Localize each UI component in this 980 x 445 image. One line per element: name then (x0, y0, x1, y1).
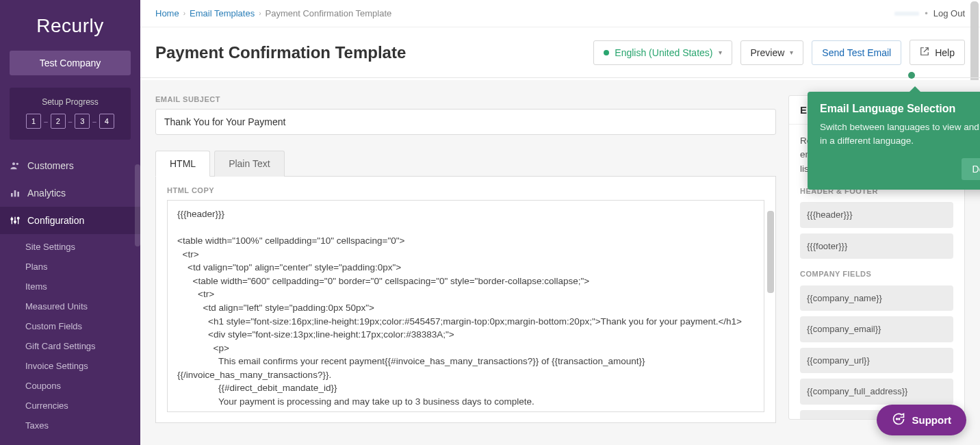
editor-column: EMAIL SUBJECT HTML Plain Text HTML COPY (140, 80, 788, 445)
subnav-currencies[interactable]: Currencies (0, 396, 140, 416)
language-label: English (United States) (615, 47, 712, 58)
subnav-measured-units[interactable]: Measured Units (0, 296, 140, 316)
editor-panel: HTML COPY (155, 177, 776, 423)
sidebar-scrollbar[interactable] (135, 164, 140, 246)
topbar: Home › Email Templates › Payment Confirm… (140, 0, 980, 27)
breadcrumb-sep: › (259, 10, 261, 17)
nav-configuration[interactable]: Configuration (0, 207, 140, 234)
svg-point-0 (12, 162, 15, 165)
param-company-url[interactable]: {{company_url}} (800, 348, 953, 374)
email-subject-label: EMAIL SUBJECT (155, 95, 776, 103)
breadcrumb-section[interactable]: Email Templates (190, 8, 255, 18)
svg-point-10 (17, 217, 19, 219)
html-copy-textarea[interactable] (167, 200, 764, 412)
preview-label: Preview (751, 47, 785, 58)
topbar-sep: • (925, 8, 928, 18)
external-link-icon (920, 47, 929, 58)
popover-done-button[interactable]: Done (962, 158, 980, 180)
setup-step-1[interactable]: 1 (26, 114, 41, 129)
subnav-coupons[interactable]: Coupons (0, 376, 140, 396)
user-menu[interactable] (894, 12, 919, 16)
page-title: Payment Confirmation Template (155, 43, 585, 62)
subnav-invoice-settings[interactable]: Invoice Settings (0, 356, 140, 376)
chart-icon (10, 188, 21, 199)
popover-title: Email Language Selection (820, 103, 980, 115)
setup-step-4[interactable]: 4 (99, 114, 114, 129)
tour-popover: Email Language Selection Switch between … (808, 92, 980, 190)
support-label: Support (912, 414, 952, 426)
main: Home › Email Templates › Payment Confirm… (140, 0, 980, 445)
svg-rect-4 (17, 192, 19, 196)
titlebar: Payment Confirmation Template English (U… (140, 27, 980, 78)
svg-point-1 (16, 163, 18, 165)
subnav-gift-card-settings[interactable]: Gift Card Settings (0, 336, 140, 356)
config-subnav: Site Settings Plans Items Measured Units… (0, 234, 140, 435)
param-company-full-address[interactable]: {{company_full_address}} (800, 379, 953, 405)
svg-point-8 (11, 218, 13, 220)
tab-html[interactable]: HTML (155, 151, 210, 177)
send-test-email-button[interactable]: Send Test Email (812, 40, 901, 65)
logout-link[interactable]: Log Out (933, 8, 965, 18)
setup-step-2[interactable]: 2 (51, 114, 66, 129)
step-sep: – (92, 118, 96, 125)
company-switcher[interactable]: Test Company (10, 51, 131, 75)
param-footer[interactable]: {{{footer}}} (800, 233, 953, 259)
tour-marker-dot (908, 72, 915, 79)
breadcrumb-current: Payment Confirmation Template (266, 8, 392, 18)
sidebar: Recurly Test Company Setup Progress 1 – … (0, 0, 140, 445)
svg-point-9 (14, 221, 16, 223)
editor-tabs: HTML Plain Text (155, 150, 776, 177)
subnav-plans[interactable]: Plans (0, 257, 140, 277)
sliders-icon (10, 215, 21, 226)
setup-step-3[interactable]: 3 (75, 114, 90, 129)
param-company-email[interactable]: {{company_email}} (800, 316, 953, 342)
primary-nav: Customers Analytics Configuration Site S… (0, 152, 140, 435)
breadcrumb-home[interactable]: Home (155, 8, 179, 18)
svg-point-11 (896, 418, 897, 420)
setup-progress: Setup Progress 1 – 2 – 3 – 4 (10, 88, 131, 140)
help-button[interactable]: Help (910, 40, 965, 65)
chevron-down-icon: ▾ (790, 49, 793, 56)
status-dot-icon (604, 50, 609, 55)
setup-steps: 1 – 2 – 3 – 4 (16, 114, 124, 129)
nav-label: Configuration (27, 215, 84, 226)
svg-point-12 (899, 418, 900, 420)
tab-plain-text[interactable]: Plain Text (214, 151, 284, 177)
param-company-name[interactable]: {{company_name}} (800, 285, 953, 312)
param-group-company: COMPANY FIELDS (800, 268, 953, 280)
step-sep: – (68, 118, 73, 125)
svg-rect-2 (11, 193, 13, 196)
brand-logo: Recurly (0, 0, 140, 44)
param-header[interactable]: {{{header}}} (800, 202, 953, 228)
subnav-site-settings[interactable]: Site Settings (0, 237, 140, 257)
subnav-items[interactable]: Items (0, 277, 140, 296)
step-sep: – (44, 118, 48, 125)
html-copy-label: HTML COPY (167, 186, 764, 194)
subnav-custom-fields[interactable]: Custom Fields (0, 316, 140, 336)
nav-analytics[interactable]: Analytics (0, 179, 140, 207)
nav-label: Customers (27, 160, 74, 171)
email-subject-input[interactable] (155, 109, 776, 135)
language-selector[interactable]: English (United States) ▾ (593, 40, 732, 65)
popover-body: Switch between languages to view and edi… (820, 120, 980, 149)
users-icon (10, 160, 21, 171)
chat-icon (892, 412, 905, 428)
nav-label: Analytics (27, 188, 66, 199)
preview-button[interactable]: Preview ▾ (740, 40, 804, 65)
support-button[interactable]: Support (877, 405, 967, 435)
nav-customers[interactable]: Customers (0, 152, 140, 179)
chevron-down-icon: ▾ (719, 49, 722, 56)
help-label: Help (935, 47, 955, 58)
subnav-taxes[interactable]: Taxes (0, 416, 140, 435)
textarea-scrollbar[interactable] (767, 211, 774, 293)
send-test-label: Send Test Email (822, 47, 891, 58)
svg-rect-3 (14, 190, 16, 196)
setup-progress-title: Setup Progress (16, 97, 124, 107)
breadcrumb-sep: › (183, 10, 185, 17)
